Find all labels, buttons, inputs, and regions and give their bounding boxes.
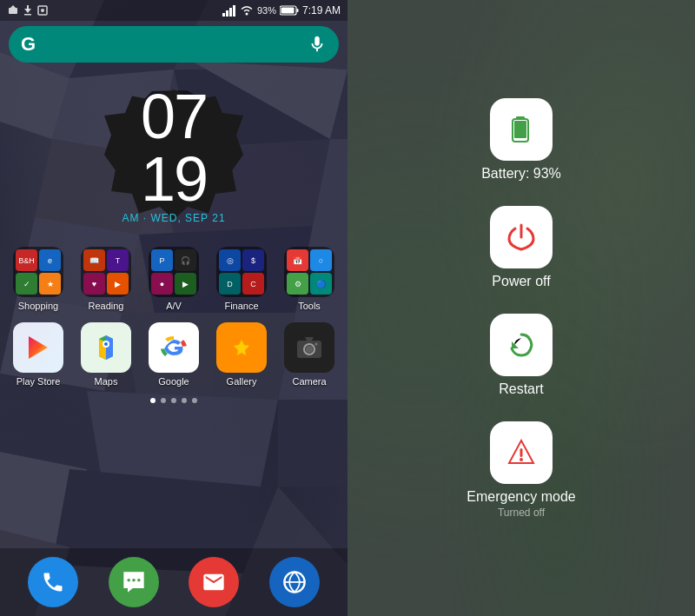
finance-folder-icon: ◎ $ D C — [216, 247, 267, 297]
shopping-icon-4: ★ — [39, 273, 61, 295]
finance-label: Finance — [224, 301, 258, 311]
reading-folder-icon: 📖 T ♥ ▶ — [81, 247, 131, 297]
svg-point-48 — [127, 579, 130, 582]
emergency-button[interactable] — [490, 421, 553, 484]
app-folder-reading[interactable]: 📖 T ♥ ▶ Reading — [76, 247, 136, 311]
restart-button[interactable] — [490, 314, 553, 376]
shopping-icon-1: B&H — [16, 249, 37, 271]
reading-icon-4: ▶ — [107, 273, 129, 295]
emergency-menu-sublabel: Turned off — [498, 507, 545, 519]
status-icons-right: 93% 7:19 AM — [222, 4, 341, 17]
svg-rect-37 — [296, 9, 298, 12]
clock-date: AM · WED, SEP 21 — [122, 212, 225, 224]
phone-dock-icon — [28, 557, 78, 607]
av-icon-3: ● — [151, 273, 173, 295]
app-folder-finance[interactable]: ◎ $ D C Finance — [211, 247, 272, 311]
clock-minute: 19 — [122, 148, 225, 210]
app-maps[interactable]: Maps — [76, 322, 136, 387]
battery-icon — [280, 5, 299, 16]
dot-3[interactable] — [171, 398, 176, 403]
svg-point-47 — [315, 343, 318, 346]
google-label: Google — [158, 376, 189, 387]
power-menu-item-restart[interactable]: Restart — [434, 305, 608, 406]
svg-rect-27 — [24, 14, 31, 16]
dock-phone[interactable] — [23, 557, 83, 607]
download-icon — [22, 4, 34, 17]
av-icon-4: ▶ — [175, 273, 196, 295]
dock-gmail[interactable] — [183, 557, 244, 607]
svg-point-35 — [245, 13, 248, 16]
svg-rect-54 — [514, 121, 526, 138]
power-off-icon — [506, 222, 537, 253]
tools-icon-4: 🔵 — [310, 273, 332, 295]
app-camera[interactable]: Camera — [279, 322, 340, 387]
dot-5[interactable] — [192, 398, 197, 403]
svg-rect-38 — [281, 8, 294, 14]
battery-menu-icon — [506, 114, 537, 145]
av-folder-icon: P 🎧 ● ▶ — [149, 247, 199, 297]
app-folder-shopping[interactable]: B&H e ✓ ★ Shopping — [8, 247, 69, 311]
dot-4[interactable] — [182, 398, 187, 403]
finance-icon-1: ◎ — [219, 249, 241, 271]
browser-dock-icon — [269, 557, 320, 607]
battery-menu-label: Battery: 93% — [481, 166, 561, 182]
playstore-svg — [23, 333, 53, 362]
maps-svg — [90, 332, 122, 363]
power-menu-item-battery[interactable]: Battery: 93% — [434, 89, 608, 190]
svg-point-41 — [104, 342, 108, 346]
camera-label: Camera — [292, 376, 326, 387]
restart-icon — [506, 329, 537, 361]
reading-label: Reading — [89, 301, 124, 311]
battery-button[interactable] — [490, 98, 553, 161]
av-label: A/V — [166, 301, 182, 311]
svg-rect-57 — [520, 448, 523, 457]
svg-rect-33 — [229, 8, 232, 17]
svg-rect-24 — [9, 8, 17, 14]
svg-marker-19 — [278, 400, 348, 487]
dock-messages[interactable] — [103, 557, 164, 607]
dot-2[interactable] — [161, 398, 166, 403]
reading-icon-2: T — [107, 249, 129, 271]
shopping-folder-icon: B&H e ✓ ★ — [13, 247, 63, 297]
power-menu-item-emergency[interactable]: Emergency mode Turned off — [434, 413, 608, 527]
power-menu-item-poweroff[interactable]: Power off — [434, 197, 608, 298]
svg-marker-25 — [10, 5, 16, 8]
app-google[interactable]: Google — [143, 322, 204, 387]
clock-time-status: 7:19 AM — [302, 4, 341, 17]
finance-icon-4: C — [242, 273, 264, 295]
svg-point-49 — [132, 579, 136, 582]
poweroff-menu-label: Power off — [492, 274, 550, 289]
gmail-dock-icon — [189, 557, 239, 607]
finance-icon-2: $ — [242, 249, 264, 271]
tools-icon-3: ⚙ — [287, 273, 308, 295]
app-folder-av[interactable]: P 🎧 ● ▶ A/V — [143, 247, 204, 311]
maps-icon — [81, 322, 131, 373]
search-bar[interactable]: G — [9, 26, 339, 63]
shopping-icon-2: e — [39, 249, 61, 271]
svg-point-46 — [306, 346, 313, 353]
tools-icon-2: ○ — [310, 249, 332, 271]
emergency-icon — [506, 437, 537, 468]
apps-row: Play Store Maps — [0, 315, 348, 391]
mic-icon[interactable] — [308, 35, 327, 54]
svg-rect-28 — [27, 5, 29, 10]
emergency-menu-label: Emergency mode — [467, 489, 575, 505]
poweroff-button[interactable] — [490, 206, 553, 268]
dock-browser[interactable] — [264, 557, 325, 607]
notification-icon — [7, 4, 19, 17]
gmail-svg — [202, 570, 226, 594]
app-playstore[interactable]: Play Store — [8, 322, 69, 387]
svg-rect-31 — [222, 13, 225, 17]
app-folder-tools[interactable]: 📅 ○ ⚙ 🔵 Tools — [279, 247, 340, 311]
reading-icon-1: 📖 — [83, 249, 105, 271]
svg-point-50 — [137, 579, 141, 582]
finance-icon-3: D — [219, 273, 241, 295]
reading-icon-3: ♥ — [83, 273, 105, 295]
gallery-icon — [216, 322, 267, 373]
app-gallery[interactable]: Gallery — [211, 322, 272, 387]
clock-background: 07 19 AM · WED, SEP 21 — [122, 85, 225, 224]
dot-1[interactable] — [150, 398, 156, 403]
clock-hour: 07 — [122, 85, 225, 148]
tools-label: Tools — [298, 301, 321, 311]
shopping-label: Shopping — [18, 301, 59, 311]
